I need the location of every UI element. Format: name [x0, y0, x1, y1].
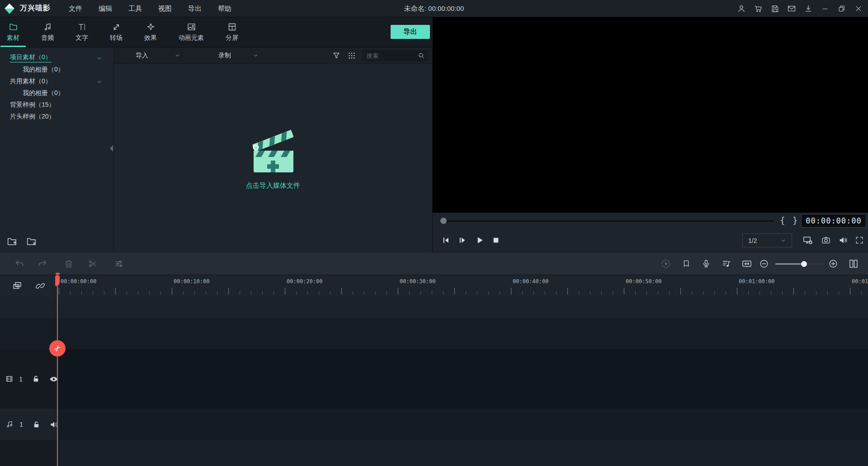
render-preview-icon[interactable]	[660, 258, 672, 270]
display-settings-icon[interactable]	[802, 234, 814, 246]
delete-icon[interactable]	[63, 258, 75, 270]
new-folder-icon[interactable]	[6, 236, 18, 247]
zoom-out-icon[interactable]	[758, 258, 770, 270]
playhead-top[interactable]	[56, 273, 60, 275]
split-scissors-icon[interactable]	[87, 258, 99, 270]
tab-split-screen[interactable]: 分屏	[219, 17, 245, 47]
playhead[interactable]: ✂	[57, 275, 58, 466]
adjust-icon[interactable]	[113, 258, 125, 270]
close-icon[interactable]	[854, 4, 863, 14]
scissors-icon[interactable]: ✂	[49, 340, 66, 357]
link-icon[interactable]	[35, 281, 45, 291]
export-button[interactable]: 导出	[391, 25, 430, 39]
sidebar-item-project-media[interactable]: 项目素材（0）	[0, 52, 113, 64]
restore-icon[interactable]	[837, 4, 847, 14]
delete-folder-icon[interactable]	[26, 236, 37, 247]
redo-icon[interactable]	[37, 258, 48, 270]
split-screen-icon	[227, 22, 237, 32]
account-icon[interactable]	[736, 4, 746, 14]
menu-help[interactable]: 帮助	[210, 0, 240, 17]
preview-zoom-select[interactable]: 1/2	[742, 233, 792, 247]
undo-icon[interactable]	[14, 258, 25, 270]
transition-icon	[112, 22, 121, 32]
sidebar-collapse-icon[interactable]	[110, 145, 113, 152]
tab-audio[interactable]: 音频	[35, 17, 60, 47]
next-frame-icon[interactable]	[456, 233, 469, 247]
previous-frame-icon[interactable]	[439, 233, 453, 247]
menu-file[interactable]: 文件	[61, 0, 90, 17]
lock-open-icon[interactable]	[32, 420, 41, 429]
media-tabs: 素材 音频 文字 转场 效果 动画元素 分屏	[0, 17, 433, 48]
playhead-handle[interactable]	[55, 275, 60, 286]
audio-track-lane[interactable]	[0, 409, 868, 440]
menu-view[interactable]: 视图	[150, 0, 180, 17]
snapshot-icon[interactable]	[820, 234, 832, 246]
sidebar-item-my-album-1[interactable]: 我的相册（0）	[0, 64, 113, 76]
app-logo-icon	[4, 3, 15, 14]
chevron-down-icon[interactable]	[96, 55, 103, 62]
preview-viewport[interactable]	[433, 17, 868, 213]
mail-icon[interactable]	[787, 4, 797, 14]
tab-elements[interactable]: 动画元素	[172, 17, 210, 47]
timeline-ruler[interactable]: 00:00:00:00 00:00:10:00 00:00:20:00 00:0…	[59, 275, 868, 297]
fit-timeline-icon[interactable]	[741, 258, 753, 270]
tab-effects[interactable]: 效果	[138, 17, 163, 47]
mark-in-icon[interactable]: {	[780, 215, 785, 225]
minimize-icon[interactable]	[820, 4, 830, 14]
timeline-bottom-row[interactable]	[0, 440, 868, 466]
tab-media[interactable]: 素材	[0, 17, 26, 47]
ruler-label: 00:00:30:00	[400, 278, 435, 285]
zoom-slider[interactable]	[775, 263, 824, 265]
text-icon	[77, 22, 87, 32]
media-empty-state[interactable]: 点击导入媒体文件	[114, 64, 432, 252]
filter-icon[interactable]	[332, 52, 340, 60]
ruler-label: 00:00:10:00	[174, 278, 209, 285]
grid-view-icon[interactable]	[348, 52, 356, 60]
media-toolbar: 导入 录制	[114, 48, 432, 64]
download-icon[interactable]	[803, 4, 813, 14]
track-panel-icon[interactable]	[848, 258, 859, 270]
chevron-down-icon[interactable]	[96, 79, 103, 85]
zoom-in-icon[interactable]	[827, 258, 839, 270]
timeline-toolbar	[0, 252, 868, 275]
sidebar-item-background-samples[interactable]: 背景样例（15）	[0, 99, 113, 111]
sidebar-item-shared-media[interactable]: 共用素材（0）	[0, 76, 113, 87]
menu-export[interactable]: 导出	[180, 0, 210, 17]
lock-open-icon[interactable]	[32, 375, 40, 383]
search-input[interactable]	[366, 52, 418, 60]
stop-icon[interactable]	[489, 233, 503, 247]
volume-icon[interactable]	[837, 234, 849, 246]
record-dropdown[interactable]: 录制	[218, 52, 259, 60]
filmora-window: 万兴喵影 文件 编辑 工具 视图 导出 帮助 未命名: 00:00:00:00	[0, 0, 868, 466]
fullscreen-icon[interactable]	[854, 234, 865, 246]
timeline-upper-row[interactable]	[0, 318, 868, 349]
search-icon[interactable]	[418, 52, 425, 59]
timeline-gap-row[interactable]	[0, 297, 868, 318]
tab-text[interactable]: 文字	[69, 17, 94, 47]
save-icon[interactable]	[770, 4, 780, 14]
preview-seekbar[interactable]	[443, 220, 774, 222]
timeline: 00:00:00:00 00:00:10:00 00:00:20:00 00:0…	[0, 275, 868, 466]
video-track-lane[interactable]	[0, 349, 868, 409]
cart-icon[interactable]	[753, 4, 763, 14]
preview-timecode: 00:00:00:00	[801, 214, 866, 228]
mark-out-icon[interactable]: }	[793, 215, 797, 225]
import-dropdown[interactable]: 导入	[136, 52, 180, 60]
folder-icon	[9, 22, 18, 32]
seekbar-handle[interactable]	[440, 218, 447, 224]
search-field[interactable]	[363, 50, 428, 61]
add-track-icon[interactable]	[12, 281, 23, 291]
audio-mixer-icon[interactable]	[721, 258, 732, 270]
play-icon[interactable]	[473, 233, 486, 247]
sidebar-item-my-album-2[interactable]: 我的相册（0）	[0, 87, 113, 99]
ruler-label: 00:00:20:00	[287, 278, 322, 285]
marker-icon[interactable]	[680, 258, 692, 270]
zoom-slider-handle[interactable]	[801, 261, 807, 267]
menu-edit[interactable]: 编辑	[90, 0, 120, 17]
audio-track-icon	[5, 420, 14, 429]
menu-tools[interactable]: 工具	[120, 0, 150, 17]
voiceover-mic-icon[interactable]	[700, 258, 712, 270]
tab-transitions[interactable]: 转场	[104, 17, 129, 47]
sidebar-item-intro-samples[interactable]: 片头样例（20）	[0, 111, 113, 123]
ruler-label: 00:00:50:00	[626, 278, 661, 285]
